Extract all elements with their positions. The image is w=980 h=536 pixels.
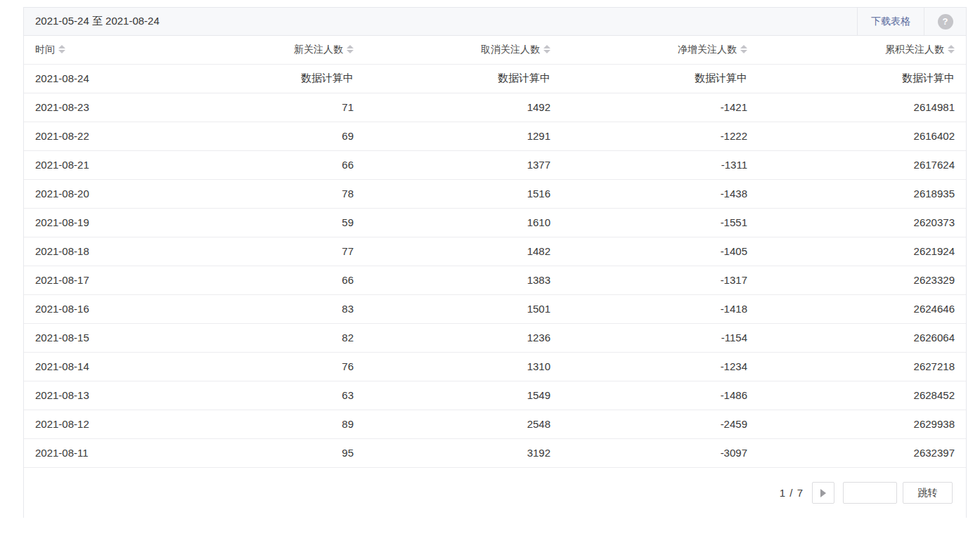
cell-date: 2021-08-16 bbox=[24, 294, 168, 323]
cell-new-followers: 78 bbox=[168, 179, 365, 208]
cell-date: 2021-08-19 bbox=[24, 208, 168, 237]
cell-date: 2021-08-15 bbox=[24, 323, 168, 352]
column-header-time[interactable]: 时间 bbox=[24, 36, 168, 64]
cell-cumulative-followers: 2624646 bbox=[759, 294, 966, 323]
cell-new-followers: 69 bbox=[168, 122, 365, 150]
cell-cumulative-followers: 2616402 bbox=[759, 122, 966, 150]
cell-unfollowers: 1310 bbox=[365, 352, 562, 381]
date-range-label: 2021-05-24 至 2021-08-24 bbox=[24, 8, 857, 35]
cell-cumulative-followers: 数据计算中 bbox=[759, 64, 966, 93]
cell-cumulative-followers: 2620373 bbox=[759, 208, 966, 237]
cell-cumulative-followers: 2623329 bbox=[759, 266, 966, 294]
table-body: 2021-08-24 数据计算中 数据计算中 数据计算中 数据计算中 2021-… bbox=[24, 64, 966, 467]
cell-new-followers: 95 bbox=[168, 438, 365, 467]
cell-date: 2021-08-18 bbox=[24, 237, 168, 266]
cell-new-followers: 76 bbox=[168, 352, 365, 381]
page-indicator: 1 / 7 bbox=[780, 487, 804, 499]
cell-unfollowers: 1516 bbox=[365, 179, 562, 208]
right-arrow-icon bbox=[820, 489, 826, 497]
cell-new-followers: 82 bbox=[168, 323, 365, 352]
download-table-button[interactable]: 下载表格 bbox=[857, 8, 924, 35]
table-row: 2021-08-17 66 1383 -1317 2623329 bbox=[24, 266, 966, 294]
table-row: 2021-08-15 82 1236 -1154 2626064 bbox=[24, 323, 966, 352]
column-header-cumulative-followers[interactable]: 累积关注人数 bbox=[759, 36, 966, 64]
table-row: 2021-08-23 71 1492 -1421 2614981 bbox=[24, 93, 966, 122]
cell-unfollowers: 1291 bbox=[365, 122, 562, 150]
cell-cumulative-followers: 2617624 bbox=[759, 150, 966, 179]
cell-unfollowers: 2548 bbox=[365, 410, 562, 438]
cell-cumulative-followers: 2632397 bbox=[759, 438, 966, 467]
cell-date: 2021-08-21 bbox=[24, 150, 168, 179]
cell-date: 2021-08-23 bbox=[24, 93, 168, 122]
cell-unfollowers: 1610 bbox=[365, 208, 562, 237]
cell-new-followers: 89 bbox=[168, 410, 365, 438]
followers-table: 时间 新关注人数 取消关注人数 净增关注人数 累积关注人数 2021-08-24… bbox=[24, 36, 966, 468]
cell-net-followers: -1317 bbox=[562, 266, 759, 294]
cell-new-followers: 77 bbox=[168, 237, 365, 266]
sort-icon[interactable] bbox=[948, 45, 955, 53]
table-row: 2021-08-19 59 1610 -1551 2620373 bbox=[24, 208, 966, 237]
sort-icon[interactable] bbox=[543, 45, 550, 53]
help-icon[interactable]: ? bbox=[938, 14, 953, 30]
cell-net-followers: -1405 bbox=[562, 237, 759, 266]
cell-net-followers: -1311 bbox=[562, 150, 759, 179]
table-row: 2021-08-12 89 2548 -2459 2629938 bbox=[24, 410, 966, 438]
cell-net-followers: -3097 bbox=[562, 438, 759, 467]
jump-button[interactable]: 跳转 bbox=[903, 482, 953, 504]
cell-date: 2021-08-11 bbox=[24, 438, 168, 467]
pagination-bar: 1 / 7 跳转 bbox=[24, 468, 966, 518]
cell-net-followers: -1438 bbox=[562, 179, 759, 208]
cell-unfollowers: 1482 bbox=[365, 237, 562, 266]
cell-cumulative-followers: 2627218 bbox=[759, 352, 966, 381]
cell-net-followers: -1234 bbox=[562, 352, 759, 381]
cell-date: 2021-08-22 bbox=[24, 122, 168, 150]
cell-new-followers: 59 bbox=[168, 208, 365, 237]
cell-unfollowers: 1383 bbox=[365, 266, 562, 294]
column-header-unfollowers[interactable]: 取消关注人数 bbox=[365, 36, 562, 64]
table-row: 2021-08-18 77 1482 -1405 2621924 bbox=[24, 237, 966, 266]
table-row: 2021-08-20 78 1516 -1438 2618935 bbox=[24, 179, 966, 208]
column-header-net-followers[interactable]: 净增关注人数 bbox=[562, 36, 759, 64]
followers-stats-card: 2021-05-24 至 2021-08-24 下载表格 ? 时间 新关注人数 … bbox=[23, 7, 967, 518]
cell-net-followers: -1222 bbox=[562, 122, 759, 150]
cell-cumulative-followers: 2629938 bbox=[759, 410, 966, 438]
cell-new-followers: 66 bbox=[168, 266, 365, 294]
table-row: 2021-08-22 69 1291 -1222 2616402 bbox=[24, 122, 966, 150]
cell-net-followers: -1418 bbox=[562, 294, 759, 323]
cell-net-followers: -1154 bbox=[562, 323, 759, 352]
cell-cumulative-followers: 2621924 bbox=[759, 237, 966, 266]
cell-unfollowers: 1492 bbox=[365, 93, 562, 122]
column-header-new-followers[interactable]: 新关注人数 bbox=[168, 36, 365, 64]
cell-net-followers: -2459 bbox=[562, 410, 759, 438]
cell-date: 2021-08-17 bbox=[24, 266, 168, 294]
table-row: 2021-08-11 95 3192 -3097 2632397 bbox=[24, 438, 966, 467]
cell-unfollowers: 1549 bbox=[365, 381, 562, 410]
cell-cumulative-followers: 2614981 bbox=[759, 93, 966, 122]
cell-unfollowers: 1236 bbox=[365, 323, 562, 352]
cell-date: 2021-08-20 bbox=[24, 179, 168, 208]
cell-net-followers: -1421 bbox=[562, 93, 759, 122]
table-header-row: 时间 新关注人数 取消关注人数 净增关注人数 累积关注人数 bbox=[24, 36, 966, 64]
cell-new-followers: 63 bbox=[168, 381, 365, 410]
table-row: 2021-08-21 66 1377 -1311 2617624 bbox=[24, 150, 966, 179]
sort-icon[interactable] bbox=[58, 45, 65, 53]
cell-date: 2021-08-13 bbox=[24, 381, 168, 410]
table-row: 2021-08-14 76 1310 -1234 2627218 bbox=[24, 352, 966, 381]
cell-date: 2021-08-12 bbox=[24, 410, 168, 438]
page-jump-input[interactable] bbox=[843, 482, 897, 504]
table-row: 2021-08-24 数据计算中 数据计算中 数据计算中 数据计算中 bbox=[24, 64, 966, 93]
cell-unfollowers: 数据计算中 bbox=[365, 64, 562, 93]
cell-net-followers: -1486 bbox=[562, 381, 759, 410]
sort-icon[interactable] bbox=[347, 45, 354, 53]
cell-net-followers: 数据计算中 bbox=[562, 64, 759, 93]
cell-cumulative-followers: 2626064 bbox=[759, 323, 966, 352]
next-page-button[interactable] bbox=[812, 482, 834, 504]
cell-cumulative-followers: 2618935 bbox=[759, 179, 966, 208]
cell-cumulative-followers: 2628452 bbox=[759, 381, 966, 410]
cell-new-followers: 71 bbox=[168, 93, 365, 122]
cell-date: 2021-08-24 bbox=[24, 64, 168, 93]
cell-unfollowers: 3192 bbox=[365, 438, 562, 467]
cell-new-followers: 66 bbox=[168, 150, 365, 179]
cell-unfollowers: 1501 bbox=[365, 294, 562, 323]
sort-icon[interactable] bbox=[740, 45, 747, 53]
